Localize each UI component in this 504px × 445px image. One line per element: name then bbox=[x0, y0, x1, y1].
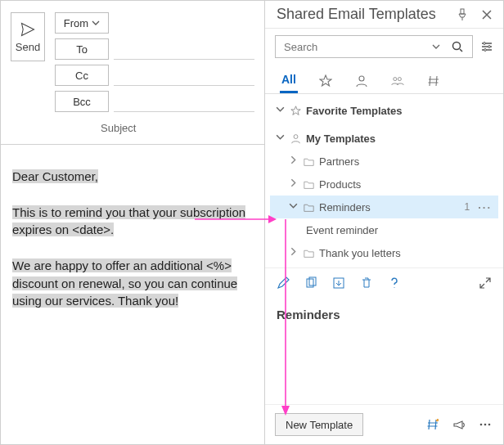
tree-label: Thank you letters bbox=[319, 247, 401, 259]
send-button[interactable]: Send bbox=[11, 12, 45, 61]
from-label: From bbox=[64, 17, 88, 29]
send-label: Send bbox=[16, 41, 40, 53]
cc-label: Cc bbox=[75, 70, 88, 82]
import-icon[interactable] bbox=[331, 275, 347, 291]
body-line-3: We are happy to offer an additional <%> … bbox=[12, 258, 237, 308]
expand-icon[interactable] bbox=[477, 275, 493, 291]
pane-title: Shared Email Templates bbox=[277, 6, 436, 23]
compose-pane: Send From To Cc bbox=[1, 1, 264, 444]
copy-icon[interactable] bbox=[303, 275, 319, 291]
hash-icon bbox=[427, 74, 440, 88]
tree-my-templates[interactable]: My Templates bbox=[270, 127, 498, 150]
to-button[interactable]: To bbox=[55, 38, 109, 60]
folder-icon bbox=[304, 179, 314, 190]
svg-point-14 bbox=[488, 424, 491, 426]
body-line-1: Dear Customer, bbox=[12, 169, 98, 183]
star-icon bbox=[319, 74, 332, 88]
preview-title: Reminders bbox=[265, 298, 503, 328]
help-icon[interactable] bbox=[386, 275, 403, 291]
tree-products[interactable]: Products bbox=[270, 173, 498, 196]
svg-point-2 bbox=[483, 43, 485, 45]
tree-favorites[interactable]: Favorite Templates bbox=[270, 99, 498, 122]
announce-icon[interactable] bbox=[451, 416, 467, 433]
svg-point-13 bbox=[484, 424, 487, 426]
tree-thank-you[interactable]: Thank you letters bbox=[270, 241, 498, 264]
svg-point-1 bbox=[453, 43, 461, 50]
tab-personal[interactable] bbox=[353, 70, 370, 92]
tree-label: My Templates bbox=[306, 133, 376, 145]
template-toolbar bbox=[265, 267, 503, 298]
tab-all[interactable]: All bbox=[280, 68, 298, 93]
folder-icon bbox=[304, 202, 314, 213]
tree-label: Partners bbox=[319, 155, 359, 168]
svg-point-6 bbox=[394, 77, 397, 80]
pane-header: Shared Email Templates bbox=[265, 1, 503, 29]
svg-point-5 bbox=[359, 76, 364, 81]
chevron-right-icon bbox=[288, 178, 299, 191]
to-input[interactable] bbox=[114, 38, 254, 60]
item-count: 1 bbox=[464, 201, 473, 213]
hash-toggle-icon[interactable] bbox=[425, 416, 441, 433]
search-box[interactable] bbox=[275, 35, 473, 58]
bcc-input[interactable] bbox=[114, 91, 254, 112]
bcc-button[interactable]: Bcc bbox=[55, 91, 109, 112]
chevron-down-icon bbox=[92, 17, 100, 29]
more-icon[interactable]: ··· bbox=[478, 201, 493, 214]
svg-rect-0 bbox=[461, 9, 464, 14]
chevron-down-icon[interactable] bbox=[428, 38, 444, 55]
folder-icon bbox=[304, 156, 314, 167]
message-body[interactable]: Dear Customer, This is to remind you tha… bbox=[1, 145, 264, 444]
folder-icon bbox=[304, 248, 314, 258]
tree-label: Products bbox=[319, 178, 361, 191]
tree-partners[interactable]: Partners bbox=[270, 150, 498, 173]
tree-label: Favorite Templates bbox=[306, 105, 403, 117]
settings-icon[interactable] bbox=[479, 38, 493, 55]
tree-label: Event reminder bbox=[306, 224, 378, 236]
tab-favorites[interactable] bbox=[317, 70, 334, 92]
tree-reminders[interactable]: Reminders 1 ··· bbox=[270, 196, 498, 218]
send-icon bbox=[20, 21, 36, 38]
person-icon bbox=[290, 133, 301, 144]
people-icon bbox=[391, 74, 404, 88]
more-icon[interactable] bbox=[477, 416, 493, 433]
chevron-right-icon bbox=[288, 155, 299, 168]
chevron-down-icon bbox=[275, 104, 286, 117]
filter-tabs: All bbox=[265, 65, 503, 94]
template-tree: Favorite Templates My Templates Partners… bbox=[265, 94, 503, 267]
delete-icon[interactable] bbox=[358, 275, 375, 291]
close-icon[interactable] bbox=[479, 7, 495, 23]
cc-button[interactable]: Cc bbox=[55, 65, 109, 86]
edit-icon[interactable] bbox=[275, 275, 291, 291]
pin-icon[interactable] bbox=[454, 7, 470, 23]
svg-point-8 bbox=[294, 134, 298, 138]
svg-point-12 bbox=[480, 424, 483, 426]
tree-label: Reminders bbox=[319, 201, 371, 214]
bottom-bar: New Template bbox=[265, 404, 503, 444]
search-icon[interactable] bbox=[449, 38, 466, 55]
templates-pane: Shared Email Templates All bbox=[264, 1, 503, 444]
cc-input[interactable] bbox=[114, 65, 254, 86]
subject-label: Subject bbox=[101, 122, 136, 134]
svg-point-3 bbox=[488, 46, 490, 48]
subject-row: Subject bbox=[1, 115, 264, 145]
tab-tags[interactable] bbox=[425, 70, 442, 92]
new-template-label: New Template bbox=[286, 419, 353, 431]
chevron-down-icon bbox=[288, 200, 299, 214]
star-icon bbox=[290, 106, 301, 116]
bcc-label: Bcc bbox=[73, 96, 91, 108]
tab-team[interactable] bbox=[389, 70, 406, 92]
from-button[interactable]: From bbox=[55, 12, 109, 34]
new-template-button[interactable]: New Template bbox=[275, 413, 363, 436]
svg-point-7 bbox=[398, 77, 401, 80]
person-icon bbox=[355, 74, 368, 88]
to-label: To bbox=[76, 43, 88, 56]
tree-event-reminder[interactable]: Event reminder bbox=[270, 218, 498, 241]
svg-point-4 bbox=[484, 49, 486, 52]
body-line-2: This is to remind you that your subscrip… bbox=[12, 205, 245, 237]
chevron-right-icon bbox=[288, 246, 299, 259]
chevron-down-icon bbox=[275, 132, 286, 145]
search-input[interactable] bbox=[282, 40, 423, 54]
